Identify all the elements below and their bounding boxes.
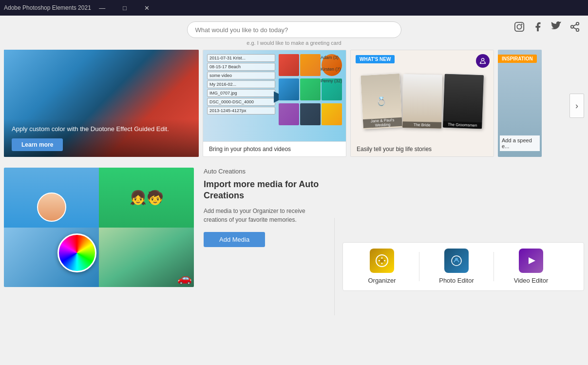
learn-more-button[interactable]: Learn more xyxy=(12,138,63,151)
carousel-item-import[interactable]: TRY THIS 2011-07-31 Krist... 08-15-17 Be… xyxy=(203,50,346,157)
bottom-section: 👧🧒 🚗 Auto Creations Import more media fo… xyxy=(0,162,588,365)
svg-point-3 xyxy=(517,24,521,29)
svg-marker-15 xyxy=(529,257,535,264)
photo-thumb-8 xyxy=(300,103,321,125)
window-controls: — □ ✕ xyxy=(91,0,158,16)
close-button[interactable]: ✕ xyxy=(136,0,158,16)
inspiration-label: Add a speed e... xyxy=(500,135,540,151)
maximize-button[interactable]: □ xyxy=(114,0,136,16)
auto-creations-image: 👧🧒 🚗 xyxy=(4,168,194,287)
wedding-photos: 💍 Jane & Paul's Wedding The Bride The Gr… xyxy=(351,50,493,142)
chevron-right-icon: › xyxy=(575,101,578,111)
add-media-button[interactable]: Add Media xyxy=(204,232,265,247)
wedding-inner: WHAT'S NEW 💍 Jane & Paul's Wedding xyxy=(351,50,493,156)
auto-creations-description: Add media to your Organizer to receive c… xyxy=(204,207,321,224)
photo-thumb-4 xyxy=(279,78,299,100)
wedding-photo-rings: 💍 Jane & Paul's Wedding xyxy=(360,74,402,129)
svg-point-5 xyxy=(576,22,579,25)
import-label: Bring in your photos and videos xyxy=(203,141,346,156)
video-editor-label: Video Editor xyxy=(514,277,549,284)
photo-editor-app[interactable]: Photo Editor xyxy=(427,245,486,288)
child-avatar-1 xyxy=(37,192,66,222)
people-tags: Adam (3) Kirsten (7) Penny (32) xyxy=(321,55,342,83)
organizer-icon xyxy=(370,249,394,273)
svg-point-14 xyxy=(455,258,458,261)
photo-thumb-2 xyxy=(300,54,321,76)
svg-point-12 xyxy=(380,259,384,263)
svg-point-4 xyxy=(521,24,523,25)
photo-thumb-5 xyxy=(300,78,321,100)
social-icons xyxy=(514,21,580,35)
instagram-icon[interactable] xyxy=(514,21,525,35)
facebook-icon[interactable] xyxy=(532,21,543,35)
photo-thumb-9 xyxy=(322,103,342,125)
svg-rect-2 xyxy=(515,22,524,31)
ai-icon xyxy=(476,54,490,68)
organizer-app[interactable]: Organizer xyxy=(353,245,411,288)
organizer-label: Organizer xyxy=(368,277,396,284)
share-icon[interactable] xyxy=(569,21,580,35)
app-divider-2 xyxy=(493,252,494,281)
svg-line-9 xyxy=(573,24,576,26)
search-input[interactable] xyxy=(187,21,401,38)
minimize-button[interactable]: — xyxy=(91,0,114,16)
auto-creations-main-title: Import more media for Auto Creations xyxy=(204,179,321,202)
svg-point-6 xyxy=(571,25,574,28)
twitter-icon[interactable] xyxy=(551,21,562,35)
svg-line-8 xyxy=(573,27,576,29)
wedding-photo-groomsmen: The Groomsmen xyxy=(443,74,484,129)
photo-thumb-1 xyxy=(279,54,299,76)
carousel-item-inspiration[interactable]: INSPIRATION Add a speed e... xyxy=(498,50,542,157)
svg-point-10 xyxy=(481,58,484,61)
svg-point-7 xyxy=(576,29,579,31)
import-inner: TRY THIS 2011-07-31 Krist... 08-15-17 Be… xyxy=(203,50,346,156)
collage-grid: 👧🧒 🚗 xyxy=(4,168,194,287)
app-title: Adobe Photoshop Elements 2021 xyxy=(4,4,91,11)
collage-photo-pool xyxy=(4,168,99,228)
carousel-item-duotone: Apply custom color with the Duotone Effe… xyxy=(4,50,199,157)
whats-new-badge: WHAT'S NEW xyxy=(356,55,395,63)
auto-creations-panel: Auto Creations Import more media for Aut… xyxy=(194,168,330,365)
carousel-section: Apply custom color with the Duotone Effe… xyxy=(0,50,588,162)
bottom-divider xyxy=(334,218,335,315)
carousel-item-wedding[interactable]: WHAT'S NEW 💍 Jane & Paul's Wedding xyxy=(350,50,494,157)
app-launcher: Organizer Photo Editor xyxy=(342,242,584,291)
carousel-next-button[interactable]: › xyxy=(569,94,584,118)
wedding-label: Easily tell your big life stories xyxy=(351,142,493,156)
duotone-content: Apply custom color with the Duotone Effe… xyxy=(4,119,199,157)
photo-editor-icon xyxy=(444,249,469,273)
wedding-photo-bride: The Bride xyxy=(402,74,442,128)
import-files-area: 2011-07-31 Krist... 08-15-17 Beach some … xyxy=(203,50,346,141)
collage-photo-toy-car: 🚗 xyxy=(99,228,194,288)
search-hint: e.g. I would like to make a greeting car… xyxy=(247,40,341,46)
auto-creations-section-title: Auto Creations xyxy=(204,168,321,175)
inspiration-badge: INSPIRATION xyxy=(498,55,537,63)
duotone-text: Apply custom color with the Duotone Effe… xyxy=(12,125,191,134)
photo-thumb-7 xyxy=(279,103,299,125)
video-editor-icon xyxy=(519,249,543,273)
collage-photo-kids: 👧🧒 xyxy=(99,168,194,228)
title-bar: Ps Adobe Photoshop Elements 2021 — □ ✕ xyxy=(0,0,588,16)
photo-editor-label: Photo Editor xyxy=(439,277,474,284)
main-content: e.g. I would like to make a greeting car… xyxy=(0,16,588,365)
video-editor-app[interactable]: Video Editor xyxy=(502,245,560,288)
search-area: e.g. I would like to make a greeting car… xyxy=(0,16,588,50)
color-wheel xyxy=(57,233,96,272)
app-divider-1 xyxy=(419,252,419,281)
folder-area: 2011-07-31 Krist... 08-15-17 Beach some … xyxy=(207,54,275,127)
